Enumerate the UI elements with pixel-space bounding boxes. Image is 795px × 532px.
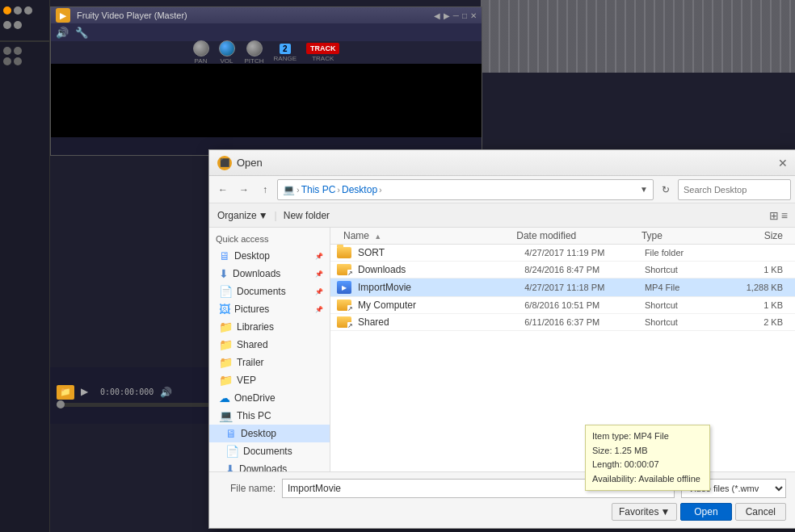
file-name-downloads: Downloads	[351, 264, 524, 275]
sidebar-label-documents: Documents	[237, 286, 286, 297]
thispc-icon: 💻	[219, 409, 233, 422]
view-icon-1[interactable]: ⊞	[769, 209, 779, 222]
new-folder-btn[interactable]: New folder	[284, 210, 330, 221]
progress-thumb[interactable]	[57, 400, 65, 408]
sidebar-item-pictures[interactable]: 🖼 Pictures 📌	[209, 300, 330, 318]
search-input[interactable]	[678, 179, 791, 200]
back-btn[interactable]: ←	[214, 181, 232, 199]
ctrl-btn-3	[3, 57, 11, 65]
sidebar-label-onedrive: OneDrive	[234, 392, 276, 404]
sidebar-label-thispc: This PC	[237, 410, 271, 421]
play-btn[interactable]: ▶	[81, 386, 94, 399]
open-btn[interactable]: Open	[680, 503, 731, 521]
breadcrumb-dropdown[interactable]: ▼	[640, 185, 648, 194]
video-player-window: ▶ Fruity Video Player (Master) ◀ ▶ ─ □ ✕…	[50, 6, 482, 156]
file-row-downloads[interactable]: Downloads 8/24/2016 8:47 PM Shortcut 1 K…	[330, 262, 795, 279]
forward-btn[interactable]: →	[235, 181, 253, 199]
window-btn-5[interactable]	[14, 21, 22, 29]
vep-icon: 📁	[219, 374, 233, 387]
volume-icon: 🔊	[160, 387, 172, 398]
sidebar-item-desktop[interactable]: 🖥 Desktop 📌	[209, 247, 330, 265]
favorites-btn[interactable]: Favorites ▼	[612, 503, 677, 521]
file-date-sort: 4/27/2017 11:19 PM	[524, 248, 645, 258]
window-btn-1[interactable]	[3, 6, 11, 15]
sidebar-item-desktop2[interactable]: 🖥 Desktop	[209, 425, 330, 442]
col-size[interactable]: Size	[725, 230, 789, 241]
file-size-importmovie: 1,288 KB	[725, 283, 789, 292]
dialog-close-btn[interactable]: ✕	[778, 157, 788, 170]
refresh-btn[interactable]: ↻	[657, 181, 675, 199]
track-btn[interactable]: TRACK	[306, 43, 340, 54]
up-btn[interactable]: ↑	[256, 181, 274, 199]
x-btn[interactable]: ✕	[470, 11, 477, 20]
video-screen	[51, 64, 482, 137]
sidebar-label-shared: Shared	[237, 339, 268, 350]
sidebar-item-shared[interactable]: 📁 Shared	[209, 336, 330, 354]
breadcrumb-sep3: ›	[379, 185, 382, 195]
organize-dropdown-icon: ▼	[259, 210, 268, 221]
sidebar-label-downloads: Downloads	[233, 268, 280, 279]
sidebar-label-trailer: Trailer	[237, 357, 264, 368]
onedrive-icon: ☁	[219, 392, 230, 404]
close-btn[interactable]: ─	[453, 11, 459, 20]
minimize-btn[interactable]: ◀	[434, 11, 440, 20]
range-badge: 2	[280, 44, 291, 54]
file-row-importmovie[interactable]: ▶ ImportMovie 4/27/2017 11:18 PM MP4 Fil…	[330, 279, 795, 297]
sidebar-item-downloads2[interactable]: ⬇ Downloads	[209, 460, 330, 471]
vol-label: VOL	[221, 57, 233, 65]
pitch-knob-group: PITCH	[245, 40, 264, 65]
file-date-importmovie: 4/27/2017 11:18 PM	[524, 283, 645, 292]
breadcrumb-desktop[interactable]: Desktop	[342, 184, 377, 195]
file-type-mycomputer: Shortcut	[645, 300, 725, 310]
open-dialog: ⬛ Open ✕ ← → ↑ 💻 › This PC › Desktop › ▼…	[208, 149, 795, 529]
pitch-knob[interactable]	[246, 40, 263, 57]
organize-btn[interactable]: Organize ▼	[217, 210, 268, 221]
open-file-btn[interactable]: 📁	[57, 385, 74, 400]
ctrl-btn-2	[14, 47, 22, 55]
vol-knob[interactable]	[219, 40, 235, 57]
expand-btn[interactable]: ▶	[444, 11, 450, 20]
file-row-sort[interactable]: SORT 4/27/2017 11:19 PM File folder	[330, 245, 795, 262]
file-size-shared: 2 KB	[725, 317, 789, 327]
view-icon-2[interactable]: ≡	[781, 209, 788, 222]
sidebar-item-libraries[interactable]: 📁 Libraries	[209, 318, 330, 336]
player-icon: ▶	[56, 8, 70, 23]
sidebar-item-trailer[interactable]: 📁 Trailer	[209, 354, 330, 371]
sidebar-item-downloads[interactable]: ⬇ Downloads 📌	[209, 265, 330, 283]
sidebar-label-downloads2: Downloads	[239, 463, 287, 471]
sidebar-item-thispc[interactable]: 💻 This PC	[209, 407, 330, 425]
file-date-shared: 6/11/2016 6:37 PM	[524, 317, 645, 327]
ctrl-btn-1	[3, 47, 11, 55]
file-type-downloads: Shortcut	[645, 265, 725, 274]
window-btn-4[interactable]	[3, 21, 11, 29]
col-date[interactable]: Date modified	[516, 230, 641, 241]
file-row-mycomputer[interactable]: My Computer 6/8/2016 10:51 PM Shortcut 1…	[330, 297, 795, 314]
dialog-icon: ⬛	[217, 156, 232, 170]
pan-knob[interactable]	[193, 40, 209, 57]
video-player-title: Fruity Video Player (Master)	[77, 10, 431, 20]
cancel-btn[interactable]: Cancel	[735, 503, 786, 521]
video-title-controls: ◀ ▶ ─ □ ✕	[434, 11, 477, 20]
breadcrumb-thispc[interactable]: This PC	[301, 184, 336, 195]
breadcrumb-sep2: ›	[337, 185, 340, 195]
sidebar-item-onedrive[interactable]: ☁ OneDrive	[209, 389, 330, 407]
maximize-btn[interactable]: □	[462, 11, 467, 20]
window-btn-3[interactable]	[24, 6, 32, 15]
dialog-toolbar: ← → ↑ 💻 › This PC › Desktop › ▼ ↻	[209, 176, 795, 203]
sidebar-label-desktop: Desktop	[234, 250, 270, 262]
window-btn-2[interactable]	[14, 6, 22, 15]
col-type[interactable]: Type	[641, 230, 725, 241]
time-display: 0:00:00:000	[100, 387, 154, 396]
sidebar-item-documents[interactable]: 📄 Documents 📌	[209, 283, 330, 300]
sidebar-item-vep[interactable]: 📁 VEP	[209, 371, 330, 389]
dialog-titlebar: ⬛ Open ✕	[209, 150, 795, 176]
sidebar-item-documents2[interactable]: 📄 Documents	[209, 442, 330, 460]
file-name-mycomputer: My Computer	[351, 300, 524, 311]
file-row-shared[interactable]: Shared 6/11/2016 6:37 PM Shortcut 2 KB	[330, 314, 795, 331]
file-size-downloads: 1 KB	[725, 265, 789, 274]
col-name[interactable]: Name ▲	[337, 230, 516, 241]
libraries-icon: 📁	[219, 320, 233, 333]
organize-label: Organize	[217, 210, 257, 221]
vol-knob-group: VOL	[219, 40, 235, 65]
downloads2-icon: ⬇	[225, 463, 235, 471]
